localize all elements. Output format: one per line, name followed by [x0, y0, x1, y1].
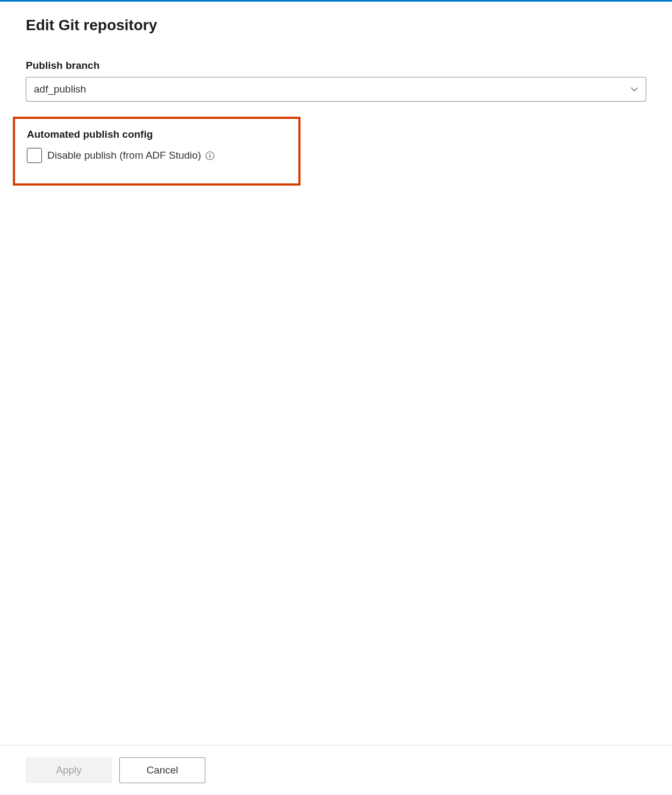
info-icon[interactable]: [205, 151, 215, 161]
publish-branch-value: adf_publish: [34, 83, 86, 95]
chevron-down-icon: [631, 86, 638, 93]
apply-button[interactable]: Apply: [26, 757, 112, 783]
footer: Apply Cancel: [0, 745, 672, 795]
svg-rect-2: [210, 155, 211, 158]
automated-publish-highlight: Automated publish config Disable publish…: [13, 117, 301, 186]
disable-publish-label: Disable publish (from ADF Studio): [47, 150, 215, 161]
disable-publish-row: Disable publish (from ADF Studio): [27, 148, 287, 163]
automated-publish-label: Automated publish config: [27, 129, 287, 140]
publish-branch-dropdown[interactable]: adf_publish: [26, 77, 646, 102]
disable-publish-checkbox[interactable]: [27, 148, 42, 163]
cancel-button[interactable]: Cancel: [119, 757, 205, 783]
svg-point-1: [209, 153, 210, 154]
publish-branch-label: Publish branch: [26, 60, 646, 72]
page-title: Edit Git repository: [26, 17, 646, 34]
